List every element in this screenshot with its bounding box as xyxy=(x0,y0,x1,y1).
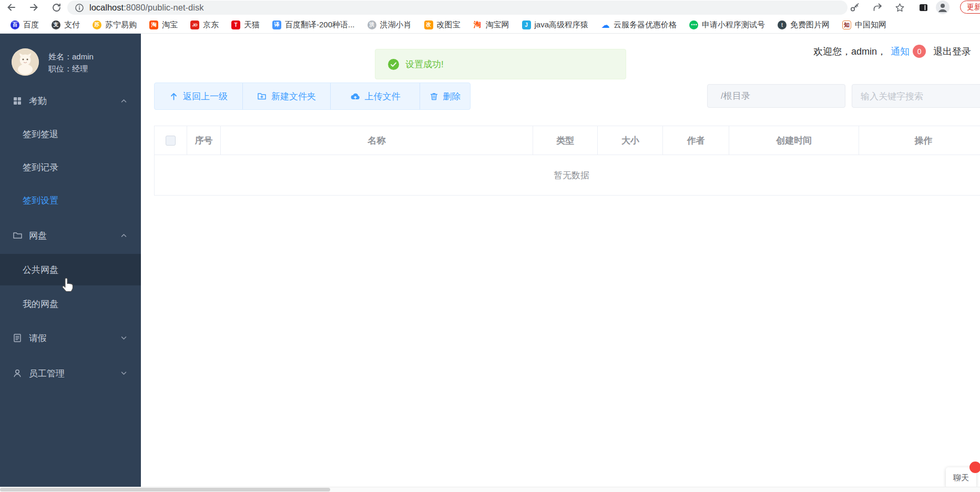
java-robot-icon: J xyxy=(522,20,531,29)
success-check-icon xyxy=(388,59,399,70)
sidebar-item-my-netdisk[interactable]: 我的网盘 xyxy=(0,289,141,319)
notice-link[interactable]: 通知 xyxy=(891,45,910,58)
side-panel-button[interactable] xyxy=(916,1,930,14)
sidebar-item-checkin-checkout[interactable]: 签到签退 xyxy=(0,119,141,149)
jd-icon: JD xyxy=(190,20,199,29)
user-title-line: 职位：经理 xyxy=(48,63,94,75)
column-header-author: 作者 xyxy=(663,126,729,155)
table-header-row: 序号 名称 类型 大小 作者 创建时间 操作 xyxy=(154,126,980,155)
bookmark-free-images[interactable]: t免费图片网 xyxy=(771,20,836,30)
t-circle-icon: t xyxy=(778,20,787,29)
cloud-icon: ☁ xyxy=(601,20,610,29)
back-to-parent-button[interactable]: 返回上一级 xyxy=(155,83,243,109)
bookmark-baidu-translate[interactable]: 译百度翻译-200种语... xyxy=(266,20,361,30)
cat-photo xyxy=(12,48,39,76)
address-bar[interactable]: localhost:8080/public-net-disk xyxy=(67,1,848,15)
sidebar-item-netdisk[interactable]: 网盘 xyxy=(0,221,141,250)
horizontal-scrollbar-track xyxy=(0,487,980,492)
select-all-checkbox[interactable] xyxy=(166,136,176,146)
sidebar-item-checkin-settings[interactable]: 签到设置 xyxy=(0,186,141,215)
user-name-line: 姓名：admin xyxy=(48,50,94,63)
profile-avatar-icon xyxy=(936,1,950,14)
empty-text: 暂无数据 xyxy=(554,169,589,181)
bookmark-tmall[interactable]: T天猫 xyxy=(225,20,266,30)
toast-message: 设置成功! xyxy=(405,58,444,70)
user-icon xyxy=(13,368,22,378)
column-header-index: 序号 xyxy=(187,126,221,155)
column-header-created: 创建时间 xyxy=(729,126,859,155)
bookmark-jd[interactable]: JD京东 xyxy=(184,20,225,30)
bookmark-cloud-server[interactable]: ☁云服务器优惠价格 xyxy=(595,20,683,30)
upload-file-button[interactable]: 上传文件 xyxy=(331,83,420,109)
back-icon xyxy=(6,2,16,13)
taobao-text-icon: 淘 xyxy=(473,20,482,29)
current-path-box: /根目录 xyxy=(707,84,845,108)
folder-icon xyxy=(13,231,23,241)
chevron-up-icon xyxy=(120,232,127,239)
bookmark-star-button[interactable] xyxy=(893,1,906,14)
column-header-type: 类型 xyxy=(533,126,598,155)
taobao-icon: 淘 xyxy=(149,20,158,29)
folder-add-icon xyxy=(257,91,267,101)
sidebar-item-checkin-records[interactable]: 签到记录 xyxy=(0,152,141,182)
password-key-button[interactable] xyxy=(848,1,862,14)
sidebar-item-leave[interactable]: 请假 xyxy=(0,323,141,353)
success-toast: 设置成功! xyxy=(375,49,626,79)
pay-globe-icon: 支 xyxy=(52,20,60,29)
search-input[interactable] xyxy=(852,85,980,108)
profile-button[interactable] xyxy=(936,1,950,14)
bookmark-baidu[interactable]: 百百度 xyxy=(4,20,45,30)
sidebar-item-employee-management[interactable]: 员工管理 xyxy=(0,358,141,388)
bookmark-honghu[interactable]: 洪洪湖小肖 xyxy=(361,20,418,30)
logout-link[interactable]: 退出登录 xyxy=(933,45,971,58)
key-icon xyxy=(850,2,860,13)
file-toolbar: 返回上一级 新建文件夹 上传文件 删除 xyxy=(154,83,471,110)
welcome-text: 欢迎您，admin， xyxy=(813,45,886,58)
search-box xyxy=(852,84,980,108)
sidebar-item-attendance[interactable]: 考勤 xyxy=(0,86,141,116)
bookmark-taobao[interactable]: 淘淘宝 xyxy=(143,20,184,30)
reload-button[interactable] xyxy=(48,0,64,15)
column-header-size: 大小 xyxy=(598,126,663,155)
table-empty-row: 暂无数据 xyxy=(154,155,980,196)
bookmark-java[interactable]: Jjava高级程序猿 xyxy=(516,20,595,30)
reload-icon xyxy=(52,3,62,13)
share-button[interactable] xyxy=(871,1,884,14)
share-icon xyxy=(872,2,883,13)
notice-count-badge: 0 xyxy=(913,45,926,58)
side-panel-icon xyxy=(918,3,928,13)
suning-lion-icon: 苏 xyxy=(93,20,101,29)
bookmark-wechat-miniprogram[interactable]: ⋯申请小程序测试号 xyxy=(683,20,771,30)
bookmark-gaitubao[interactable]: 改改图宝 xyxy=(418,20,467,30)
forward-button[interactable] xyxy=(26,0,42,15)
grid-icon xyxy=(13,96,22,106)
trash-icon xyxy=(430,92,438,101)
sidebar: 姓名：admin 职位：经理 考勤 签到签退 签到记录 签到设置 网盘 公共网盘… xyxy=(0,33,141,492)
bookmark-suning[interactable]: 苏苏宁易购 xyxy=(86,20,143,30)
chevron-down-icon xyxy=(120,370,127,377)
chat-badge xyxy=(969,462,980,473)
bookmarks-bar: 百百度 支支付 苏苏宁易购 淘淘宝 JD京东 T天猫 译百度翻译-200种语..… xyxy=(0,16,980,33)
cnki-icon: 知 xyxy=(842,20,851,29)
baidu-translate-icon: 译 xyxy=(272,20,281,29)
chevron-down-icon xyxy=(120,335,127,342)
delete-button[interactable]: 删除 xyxy=(420,83,470,109)
owl-icon: 洪 xyxy=(368,20,376,29)
user-avatar[interactable] xyxy=(12,48,39,76)
back-button[interactable] xyxy=(3,0,19,15)
site-info-icon xyxy=(75,3,84,13)
chevron-up-icon xyxy=(120,98,127,105)
wechat-icon: ⋯ xyxy=(689,20,698,29)
forward-icon xyxy=(29,2,39,13)
sidebar-item-public-netdisk[interactable]: 公共网盘 xyxy=(0,254,141,285)
new-folder-button[interactable]: 新建文件夹 xyxy=(243,83,331,109)
horizontal-scrollbar-thumb[interactable] xyxy=(0,488,330,491)
baidu-paw-icon: 百 xyxy=(11,20,19,29)
document-icon xyxy=(13,333,22,343)
bookmark-pay[interactable]: 支支付 xyxy=(45,20,86,30)
bookmark-cnki[interactable]: 知中国知网 xyxy=(836,20,893,30)
bookmark-taobao-web[interactable]: 淘淘宝网 xyxy=(467,20,516,30)
gaitubao-icon: 改 xyxy=(424,20,433,29)
chrome-update-button[interactable]: 更新 xyxy=(960,1,980,14)
star-icon xyxy=(895,3,905,13)
